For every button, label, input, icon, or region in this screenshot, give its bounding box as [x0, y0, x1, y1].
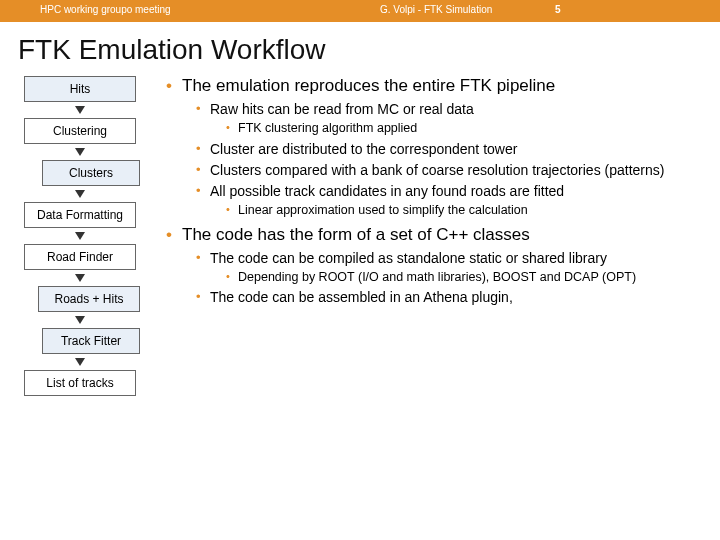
bullet-text: The code can be compiled as standalone s…: [210, 250, 607, 266]
arrow-icon: [75, 190, 85, 198]
bullet-text: Linear approximation used to simplify th…: [238, 203, 528, 217]
bullet-l1: The code has the form of a set of C++ cl…: [166, 225, 706, 307]
bullet-l3: Linear approximation used to simplify th…: [226, 203, 706, 219]
bullet-text: Clusters compared with a bank of coarse …: [210, 162, 664, 178]
diagram-box-roadshits: Roads + Hits: [38, 286, 140, 312]
bullet-text: Depending by ROOT (I/O and math librarie…: [238, 270, 636, 284]
bullet-l2: Raw hits can be read from MC or real dat…: [196, 101, 706, 137]
arrow-icon: [75, 106, 85, 114]
arrow-icon: [75, 358, 85, 366]
arrow-icon: [75, 274, 85, 282]
diagram-box-roadfinder: Road Finder: [24, 244, 136, 270]
bullet-text: Cluster are distributed to the correspon…: [210, 141, 517, 157]
bullet-l2: The code can be assembled in an Athena p…: [196, 289, 706, 306]
workflow-diagram: Hits Clustering Clusters Data Formatting…: [10, 76, 150, 396]
bullet-l2: Cluster are distributed to the correspon…: [196, 141, 706, 158]
arrow-icon: [75, 232, 85, 240]
header-page: 5: [555, 4, 561, 15]
bullet-l3: Depending by ROOT (I/O and math librarie…: [226, 270, 706, 286]
bullet-l2: The code can be compiled as standalone s…: [196, 250, 706, 286]
bullet-l1: The emulation reproduces the entire FTK …: [166, 76, 706, 219]
bullet-text: FTK clustering algorithm applied: [238, 121, 417, 135]
bullet-l2: Clusters compared with a bank of coarse …: [196, 162, 706, 179]
diagram-box-dataformat: Data Formatting: [24, 202, 136, 228]
bullet-l2: All possible track candidates in any fou…: [196, 183, 706, 219]
slide-header: HPC working groupo meeting G. Volpi - FT…: [0, 0, 720, 22]
bullet-text: Raw hits can be read from MC or real dat…: [210, 101, 474, 117]
slide-title: FTK Emulation Workflow: [18, 34, 720, 66]
diagram-box-clusters: Clusters: [42, 160, 140, 186]
bullet-text: The code has the form of a set of C++ cl…: [182, 225, 530, 244]
header-center: G. Volpi - FTK Simulation: [380, 4, 492, 15]
diagram-box-clustering: Clustering: [24, 118, 136, 144]
arrow-icon: [75, 316, 85, 324]
bullet-l3: FTK clustering algorithm applied: [226, 121, 706, 137]
diagram-box-hits: Hits: [24, 76, 136, 102]
bullet-text: All possible track candidates in any fou…: [210, 183, 564, 199]
bullet-text: The code can be assembled in an Athena p…: [210, 289, 513, 305]
diagram-box-trackfitter: Track Fitter: [42, 328, 140, 354]
slide-body: The emulation reproduces the entire FTK …: [150, 76, 720, 396]
arrow-icon: [75, 148, 85, 156]
bullet-text: The emulation reproduces the entire FTK …: [182, 76, 555, 95]
header-left: HPC working groupo meeting: [40, 4, 171, 15]
diagram-box-listtracks: List of tracks: [24, 370, 136, 396]
